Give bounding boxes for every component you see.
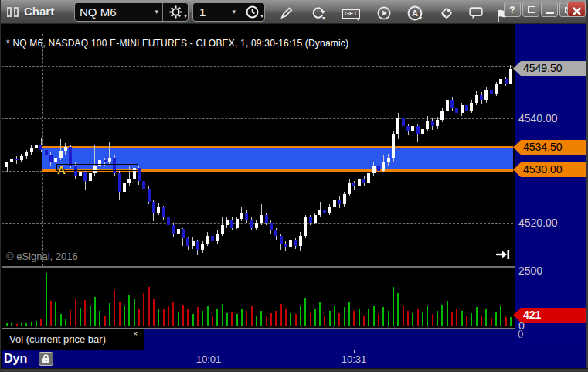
close-study-icon[interactable]: × (133, 330, 138, 338)
help-button[interactable]: ? (504, 2, 521, 17)
chevron-down-icon: ▾ (260, 13, 263, 19)
price-tag-zone[interactable]: 4534.50 (513, 140, 586, 155)
symbol-dropdown-icon[interactable]: ▾ (155, 9, 158, 15)
window-edge (1, 368, 588, 372)
go-to-latest-button[interactable] (496, 249, 510, 260)
price-tag-zone[interactable]: 4530.00 (513, 162, 586, 177)
auto-trade-button[interactable]: A ▾ (403, 4, 427, 22)
price-axis[interactable]: 4549.504540.004534.504530.004520.0025004… (515, 24, 586, 368)
marker-a-label: A (57, 163, 66, 176)
price-axis-label: () (518, 329, 523, 338)
chevron-down-icon: ▾ (322, 15, 325, 22)
close-icon (573, 7, 581, 15)
dyn-mode-label[interactable]: Dyn (4, 352, 27, 366)
titlebar: Chart NQ M6 ▾ ▾ 1 (1, 0, 588, 24)
bottom-bar: Dyn 10:01 10:31 (2, 350, 586, 368)
price-axis-label: 2500 (518, 264, 542, 278)
gear-icon (169, 5, 182, 19)
interval-input[interactable]: 1 (193, 5, 212, 19)
annotation-box[interactable] (56, 164, 138, 171)
copyright-watermark: © eSignal, 2016 (6, 251, 78, 262)
svg-text:A: A (412, 9, 418, 18)
close-button[interactable] (567, 2, 586, 17)
time-label: 10:31 (331, 353, 377, 365)
refresh-button[interactable]: ▾ (307, 4, 330, 22)
pencil-icon (280, 5, 294, 20)
chart-window-icon (7, 7, 21, 17)
price-axis-label: 4540.00 (518, 111, 558, 125)
chart-header: * NQ M6, NASDAQ 100 E-MINI FUTURES - GLO… (6, 38, 348, 49)
popout-button[interactable] (522, 2, 539, 17)
padlock-icon (42, 354, 50, 363)
symbol-input[interactable]: NQ M6 (75, 5, 121, 19)
volume-study-label: Vol (current price bar) (9, 333, 106, 345)
clock-icon (246, 5, 259, 19)
minimize-icon (546, 12, 554, 14)
volume-study-tab[interactable]: Vol (current price bar) × (2, 329, 144, 350)
window-title: Chart (24, 5, 54, 18)
chevron-down-icon: ▾ (356, 16, 359, 22)
arrow-to-end-icon (496, 249, 510, 260)
pane-divider[interactable] (2, 266, 586, 268)
interval-group: 1 ▾ ▾ (192, 2, 265, 22)
chat-bubble-icon (469, 6, 483, 20)
play-icon (377, 5, 391, 21)
symbol-settings-button[interactable]: ▾ (163, 5, 188, 19)
chevron-down-icon: ▾ (419, 15, 422, 22)
get-data-button[interactable]: GET ▾ (339, 4, 362, 22)
link-tool-button[interactable] (435, 4, 458, 22)
draw-tool-button[interactable] (275, 4, 298, 22)
price-axis-label: 4520.00 (518, 216, 558, 230)
time-template-button[interactable]: ▾ (240, 5, 264, 19)
notes-button[interactable] (464, 4, 488, 22)
price-tag-last: 4549.50 (513, 61, 586, 76)
chart-window: Chart NQ M6 ▾ ▾ 1 (0, 0, 588, 372)
minimize-button[interactable] (541, 2, 558, 17)
lock-button[interactable] (39, 352, 53, 366)
replay-button[interactable] (372, 4, 396, 22)
chevron-down-icon: ▾ (184, 13, 187, 19)
time-label: 10:01 (185, 353, 232, 365)
diamond-icon (440, 5, 454, 21)
popout-icon (528, 6, 535, 13)
volume-layer (2, 268, 513, 328)
symbol-group: NQ M6 ▾ ▾ (74, 2, 189, 22)
interval-dropdown-icon[interactable]: ▾ (232, 9, 236, 15)
candlestick-layer (2, 24, 513, 267)
